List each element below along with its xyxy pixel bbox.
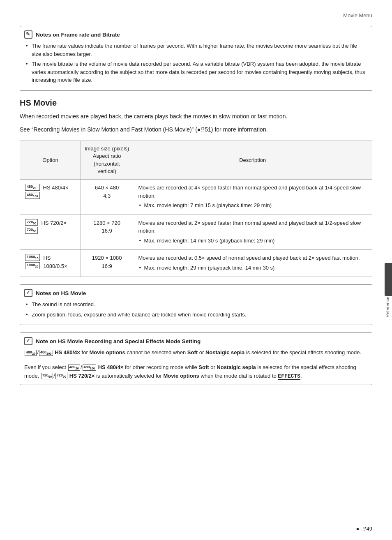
inline-badge-480-100: 480100 <box>39 350 53 356</box>
note-hs-recording-para1: 48020/480100 HS 480/4× for Movie options… <box>24 348 366 357</box>
description-720: Movies are recorded at 2× speed faster t… <box>133 215 372 250</box>
badge-1080-25: 108025 <box>25 262 40 269</box>
note-hs-recording-box: Note on HS Movie Recording and Special E… <box>20 332 372 385</box>
pencil-icon <box>24 30 32 39</box>
badge-720-60: 72060 <box>25 219 38 226</box>
notes-hs-movie-box: Notes on HS Movie The sound is not recor… <box>20 284 372 325</box>
desc-bullet-item: Max. movie length: 14 min 30 s (playback… <box>138 237 367 245</box>
inline-badge-480-20b: 48020 <box>68 365 80 371</box>
table-row: 48020 480100 HS 480/4× 640 × 4804:3 Movi… <box>20 180 372 215</box>
notes-frame-rate-title: Notes on Frame rate and Bitrate <box>24 30 366 39</box>
note-hs-recording-para2: Even if you select 48020/480100 HS 480/4… <box>24 363 366 381</box>
checkmark-icon <box>24 289 32 297</box>
desc-bullet-item: Max. movie length: 29 min (playback time… <box>138 264 367 272</box>
option-name-480: HS 480/4× <box>43 184 69 192</box>
bullet-item: The sound is not recorded. <box>24 300 366 309</box>
inline-badge-480-20: 48020 <box>25 350 37 356</box>
notes-frame-rate-bullets: The frame rate values indicate the numbe… <box>24 42 366 84</box>
option-name-1080: HS 1080/0.5× <box>43 254 76 270</box>
badge-720-50: 72050 <box>25 227 38 234</box>
badge-480-20: 48020 <box>25 184 40 191</box>
option-name-720: HS 720/2× <box>41 219 67 227</box>
hs-movie-ref: See “Recording Movies in Slow Motion and… <box>20 125 372 134</box>
hs-movie-section: HS Movie When recorded movies are played… <box>20 98 372 134</box>
notes-hs-movie-title: Notes on HS Movie <box>24 289 366 297</box>
badge-480-100: 480100 <box>25 192 40 199</box>
option-cell-1080: 108015 108025 HS 1080/0.5× <box>20 250 81 277</box>
dark-tab <box>385 263 392 296</box>
table-header-option: Option <box>20 141 81 180</box>
table-header-image-size: Image size (pixels)Aspect ratio(horizont… <box>81 141 133 180</box>
inline-badge-720-50b: 72050 <box>55 373 67 379</box>
image-size-480: 640 × 4804:3 <box>81 180 133 215</box>
badge-1080-15: 108015 <box>25 254 40 261</box>
description-1080: Movies are recorded at 0.5× speed of nor… <box>133 250 372 277</box>
hs-movie-body1: When recorded movies are played back, th… <box>20 112 372 121</box>
hs-movie-table: Option Image size (pixels)Aspect ratio(h… <box>20 141 372 277</box>
bullet-item: Zoom position, focus, exposure and white… <box>24 311 366 319</box>
notes-frame-rate-box: Notes on Frame rate and Bitrate The fram… <box>20 26 372 91</box>
hs-movie-title: HS Movie <box>20 98 372 108</box>
table-header-description: Description <box>133 141 372 180</box>
bullet-item: The frame rate values indicate the numbe… <box>24 42 366 58</box>
header-title: Movie Menu <box>343 12 372 18</box>
desc-bullet-item: Max. movie length: 7 min 15 s (playback … <box>138 201 367 210</box>
inline-badge-480-100b: 480100 <box>83 365 97 371</box>
option-cell-480: 48020 480100 HS 480/4× <box>20 180 81 215</box>
bullet-item: The movie bitrate is the volume of movie… <box>24 60 366 84</box>
table-row: 72060 72050 HS 720/2× 1280 × 72016:9 Mov… <box>20 215 372 250</box>
checkmark-icon-2 <box>24 337 32 345</box>
option-cell-720: 72060 72050 HS 720/2× <box>20 215 81 250</box>
effects-word: EFFECTS <box>278 373 300 380</box>
table-row: 108015 108025 HS 1080/0.5× 1920 × 108016… <box>20 250 372 277</box>
image-size-1080: 1920 × 108016:9 <box>81 250 133 277</box>
image-size-720: 1280 × 72016:9 <box>81 215 133 250</box>
reference-section-label: Reference Section <box>383 140 392 458</box>
page-footer: ●–⁉49 <box>356 526 372 532</box>
page-number: ●–⁉49 <box>356 526 372 532</box>
page-header: Movie Menu <box>20 12 372 18</box>
description-480: Movies are recorded at 4× speed faster t… <box>133 180 372 215</box>
inline-badge-720-60b: 72060 <box>41 373 53 379</box>
notes-hs-movie-bullets: The sound is not recorded. Zoom position… <box>24 300 366 318</box>
note-hs-recording-title: Note on HS Movie Recording and Special E… <box>24 337 366 345</box>
